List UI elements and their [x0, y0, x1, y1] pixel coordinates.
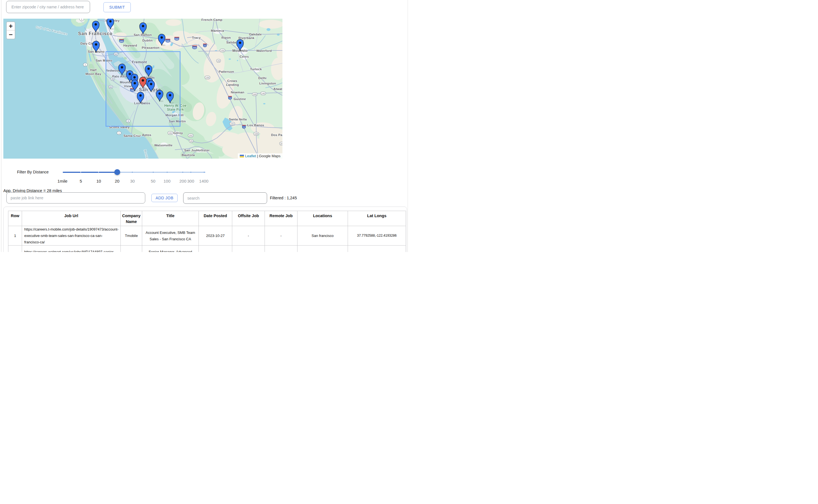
svg-text:Landing: Landing: [226, 83, 239, 86]
svg-text:165: 165: [254, 133, 258, 135]
svg-text:152: 152: [189, 134, 193, 137]
svg-text:Gilroy: Gilroy: [173, 131, 183, 135]
svg-text:5: 5: [243, 126, 245, 129]
svg-text:Hayward: Hayward: [123, 44, 137, 47]
svg-text:152: 152: [168, 132, 172, 134]
svg-text:1: 1: [85, 64, 86, 66]
svg-text:Patterson: Patterson: [219, 70, 234, 73]
svg-text:5: 5: [204, 45, 205, 47]
svg-text:Moon Bay: Moon Bay: [86, 72, 101, 76]
svg-text:580: 580: [193, 47, 197, 49]
svg-text:Hollister: Hollister: [196, 149, 210, 152]
svg-text:Atwater: Atwater: [273, 87, 282, 91]
svg-text:Watsonville: Watsonville: [154, 144, 173, 147]
svg-text:130: 130: [205, 76, 209, 79]
svg-text:580: 580: [166, 40, 170, 42]
svg-text:Tracy: Tracy: [192, 36, 200, 39]
svg-text:33: 33: [280, 142, 282, 145]
svg-text:San Ramon: San Ramon: [134, 33, 152, 37]
svg-text:Santa Nella: Santa Nella: [229, 118, 247, 121]
svg-text:San Francisco: San Francisco: [78, 31, 113, 36]
svg-text:Manteca: Manteca: [211, 29, 224, 32]
svg-text:880: 880: [120, 40, 124, 43]
svg-text:165: 165: [253, 93, 257, 96]
svg-text:5: 5: [229, 97, 231, 100]
svg-text:Waterford: Waterford: [256, 49, 272, 52]
svg-text:Aptos: Aptos: [142, 133, 151, 137]
svg-text:Turlock: Turlock: [250, 67, 262, 71]
svg-text:1: 1: [118, 132, 120, 134]
svg-text:French Camp: French Camp: [201, 19, 222, 21]
svg-text:Santa Cruz: Santa Cruz: [124, 134, 141, 137]
svg-text:25: 25: [190, 140, 193, 142]
svg-text:Gustine: Gustine: [234, 97, 246, 101]
svg-text:Dublin: Dublin: [142, 39, 153, 42]
svg-text:Delhi: Delhi: [258, 76, 266, 80]
svg-text:Crows: Crows: [227, 79, 237, 83]
svg-text:Salida: Salida: [226, 41, 236, 44]
svg-text:132: 132: [221, 49, 224, 52]
svg-text:33: 33: [217, 60, 220, 62]
svg-text:Oakdale: Oakdale: [249, 33, 262, 36]
svg-text:Bautista: Bautista: [182, 153, 195, 157]
svg-text:Los Banos: Los Banos: [247, 123, 264, 127]
svg-text:Riverbank: Riverbank: [238, 36, 255, 40]
svg-text:Pleasanton: Pleasanton: [142, 46, 159, 49]
svg-text:152: 152: [230, 123, 234, 125]
svg-text:Ripon: Ripon: [221, 36, 231, 39]
svg-text:Livingston: Livingston: [259, 82, 276, 85]
svg-text:Newman: Newman: [231, 91, 245, 94]
svg-text:1: 1: [81, 19, 83, 21]
svg-text:Ceres: Ceres: [240, 55, 249, 58]
svg-text:580: 580: [175, 38, 179, 40]
svg-text:Half: Half: [90, 68, 97, 72]
svg-text:140: 140: [261, 92, 265, 95]
svg-text:Dos Palos: Dos Palos: [271, 133, 282, 137]
